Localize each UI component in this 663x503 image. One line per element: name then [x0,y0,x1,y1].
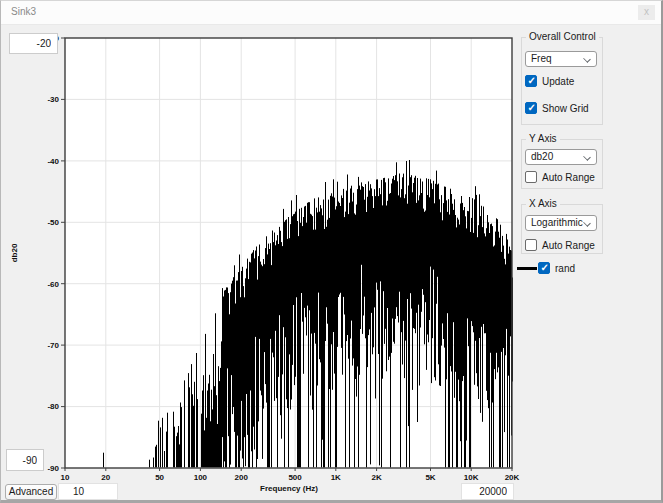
rand-legend-label: rand [555,263,575,274]
advanced-button[interactable]: Advanced [5,484,57,500]
y-axis-title: db20 [10,243,19,262]
y-tick-label: -70 [47,341,59,350]
titlebar[interactable]: Sink3 x [1,1,661,25]
x-max-field[interactable] [461,483,514,500]
window-content: 1020501002005001K2K5K10K20K-20-30-40-50-… [1,25,661,500]
overall-control-combo[interactable]: Freq [525,51,597,67]
y-axis-combo[interactable]: db20 [525,149,597,165]
x-tick-label: 500 [288,473,302,482]
x-tick-label: 100 [194,473,208,482]
rand-series-line-swatch [517,267,537,270]
x-tick-label: 2K [371,473,381,482]
x-axis-group: X Axis Logarithmic Auto Range [521,204,603,254]
x-tick-label: 1K [331,473,341,482]
x-tick-label: 10K [464,473,479,482]
y-tick-label: -80 [47,402,59,411]
x-axis-label: X Axis [526,198,560,209]
overall-control-group: Overall Control Freq Update Show Grid [521,37,603,125]
y-auto-range-checkbox[interactable] [525,171,537,183]
close-icon[interactable]: x [638,5,655,20]
x-min-field[interactable] [58,483,118,500]
overall-control-combo-value: Freq [531,53,552,64]
x-tick-label: 20 [101,473,110,482]
overall-control-label: Overall Control [526,31,599,42]
y-tick-label: -30 [47,95,59,104]
y-axis-group: Y Axis db20 Auto Range [521,139,603,189]
x-axis-combo[interactable]: Logarithmic [525,215,597,231]
y-max-field[interactable] [9,33,58,54]
rand-legend-checkbox[interactable] [538,262,550,274]
y-axis-label: Y Axis [526,133,560,144]
window-title: Sink3 [11,6,36,17]
x-tick-label: 10 [61,473,70,482]
chevron-down-icon [583,55,591,63]
x-axis-combo-value: Logarithmic [531,217,583,228]
chevron-down-icon [583,153,591,161]
y-tick-label: -40 [47,157,59,166]
update-label: Update [542,76,574,87]
sink-window: Sink3 x 1020501002005001K2K5K10K20K-20-3… [0,0,663,503]
y-axis-combo-value: db20 [531,151,553,162]
y-tick-label: -50 [47,218,59,227]
y-auto-range-label: Auto Range [542,172,595,183]
show-grid-checkbox[interactable] [525,102,537,114]
legend: rand [515,261,635,277]
x-axis-title: Frequency (Hz) [260,484,318,493]
x-tick-label: 20K [505,473,520,482]
update-checkbox[interactable] [525,75,537,87]
x-tick-label: 200 [235,473,249,482]
y-min-field[interactable] [6,449,44,471]
x-auto-range-checkbox[interactable] [525,239,537,251]
chevron-down-icon [583,219,591,227]
y-tick-label: -60 [47,280,59,289]
x-tick-label: 50 [155,473,164,482]
y-tick-label: -90 [47,464,59,473]
x-tick-label: 5K [425,473,435,482]
show-grid-label: Show Grid [542,103,589,114]
x-auto-range-label: Auto Range [542,240,595,251]
